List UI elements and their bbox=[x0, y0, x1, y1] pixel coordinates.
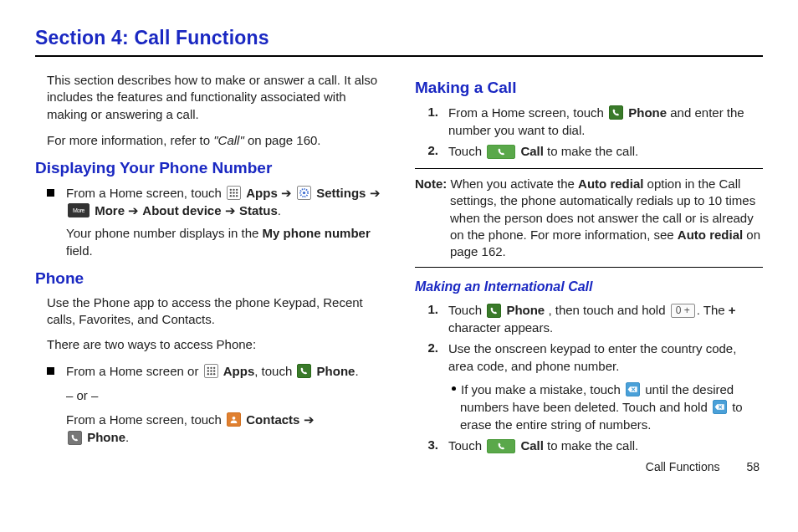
making-call-step-1: 1. From a Home screen, touch Phone and e… bbox=[427, 104, 763, 139]
text: , touch bbox=[254, 364, 295, 378]
zero-plus-key: 0 + bbox=[671, 304, 695, 318]
heading-displaying-number: Displaying Your Phone Number bbox=[35, 157, 383, 179]
step-content: Touch Phone , then touch and hold 0 +. T… bbox=[448, 301, 763, 336]
step-content: Touch Call to make the call. bbox=[448, 437, 638, 454]
call-reference: "Call" bbox=[213, 133, 244, 147]
text: Touch bbox=[448, 144, 485, 158]
step-number: 3. bbox=[427, 437, 443, 453]
backspace-icon bbox=[713, 400, 727, 414]
title-rule bbox=[35, 55, 763, 57]
apps-label: Apps bbox=[223, 364, 255, 378]
svg-point-2 bbox=[236, 189, 238, 191]
footer-section: Call Functions bbox=[646, 460, 720, 473]
svg-point-1 bbox=[233, 189, 234, 191]
step-content: From a Home screen, touch Phone and ente… bbox=[448, 104, 763, 139]
svg-point-14 bbox=[207, 370, 208, 371]
step-number: 2. bbox=[427, 340, 443, 356]
or-separator: – or – bbox=[66, 388, 98, 402]
call-label: Call bbox=[520, 144, 544, 158]
svg-point-4 bbox=[233, 192, 234, 193]
svg-point-20 bbox=[233, 417, 236, 420]
settings-label: Settings bbox=[316, 186, 366, 200]
heading-phone: Phone bbox=[35, 268, 383, 289]
svg-point-10 bbox=[303, 192, 305, 194]
more-label: More bbox=[95, 203, 125, 217]
apps-grid-icon bbox=[227, 186, 241, 200]
bullet-icon bbox=[452, 386, 456, 391]
svg-point-8 bbox=[236, 195, 238, 197]
text: . bbox=[125, 430, 129, 444]
my-phone-number-label: My phone number bbox=[263, 226, 371, 240]
apps-label: Apps bbox=[246, 186, 278, 200]
phone-app-icon bbox=[487, 304, 501, 318]
svg-point-12 bbox=[210, 367, 212, 369]
svg-point-19 bbox=[213, 373, 215, 375]
intl-substep: If you make a mistake, touch until the d… bbox=[448, 381, 763, 433]
phone-label: Phone bbox=[628, 105, 667, 120]
about-device-label: About device bbox=[142, 203, 221, 217]
apps-grid-icon bbox=[204, 364, 218, 378]
phone-app-icon bbox=[609, 105, 623, 120]
svg-point-15 bbox=[210, 370, 212, 371]
display-step: From a Home screen, touch Apps ➔ Setting… bbox=[47, 184, 383, 260]
svg-point-0 bbox=[230, 189, 232, 191]
backspace-icon bbox=[626, 382, 640, 396]
arrow: ➔ bbox=[281, 186, 295, 200]
auto-redial-label: Auto redial bbox=[678, 228, 743, 242]
arrow: ➔ bbox=[370, 186, 381, 200]
intl-step-3: 3. Touch Call to make the call. bbox=[427, 437, 763, 454]
phone-paragraph-2: There are two ways to access Phone: bbox=[47, 336, 383, 353]
phone-label: Phone bbox=[317, 364, 356, 378]
phone-label: Phone bbox=[87, 430, 125, 444]
display-step-content: From a Home screen, touch Apps ➔ Setting… bbox=[66, 184, 383, 260]
text: From a Home screen, touch bbox=[66, 186, 225, 200]
call-button-icon bbox=[487, 145, 515, 159]
step-number: 1. bbox=[427, 104, 443, 120]
svg-point-11 bbox=[207, 367, 208, 369]
more-tab-icon: More bbox=[68, 203, 90, 217]
phone-paragraph-1: Use the Phone app to access the phone Ke… bbox=[47, 294, 383, 329]
svg-point-5 bbox=[236, 192, 238, 193]
text: on page 160. bbox=[244, 133, 321, 147]
text: For more information, refer to bbox=[47, 133, 213, 147]
square-bullet-icon bbox=[47, 367, 54, 375]
text: character appears. bbox=[448, 320, 553, 335]
left-column: This section describes how to make or an… bbox=[35, 69, 383, 475]
heading-making-call: Making a Call bbox=[415, 77, 763, 99]
svg-point-7 bbox=[233, 195, 234, 197]
making-call-step-2: 2. Touch Call to make the call. bbox=[427, 142, 763, 160]
step-content: Touch Call to make the call. bbox=[448, 142, 638, 160]
page-footer: Call Functions 58 bbox=[415, 459, 763, 475]
contacts-icon bbox=[227, 412, 241, 427]
text: When you activate the bbox=[447, 176, 578, 191]
step-content: Use the onscreen keypad to enter the cou… bbox=[448, 340, 763, 433]
settings-gear-icon bbox=[297, 186, 311, 200]
text: If you make a mistake, touch bbox=[461, 382, 624, 396]
phone-app-icon bbox=[297, 364, 311, 378]
text: field. bbox=[66, 243, 93, 258]
auto-redial-note: Note: When you activate the Auto redial … bbox=[415, 168, 763, 268]
text: to make the call. bbox=[547, 438, 638, 453]
plus-char: + bbox=[729, 303, 736, 317]
page-number: 58 bbox=[746, 460, 760, 473]
text: . bbox=[355, 364, 358, 378]
right-column: Making a Call 1. From a Home screen, tou… bbox=[415, 69, 763, 475]
arrow: ➔ bbox=[225, 203, 239, 217]
svg-point-3 bbox=[230, 192, 232, 193]
text: Use the onscreen keypad to enter the cou… bbox=[448, 341, 736, 373]
step-number: 2. bbox=[427, 142, 443, 159]
text: . bbox=[278, 203, 281, 217]
text: From a Home screen or bbox=[66, 364, 202, 378]
note-label: Note: bbox=[415, 176, 447, 191]
heading-international-call: Making an International Call bbox=[415, 278, 763, 296]
svg-point-16 bbox=[213, 370, 215, 371]
phone-access-step: From a Home screen or Apps, touch Phone.… bbox=[47, 362, 383, 447]
text: . The bbox=[697, 303, 729, 317]
two-column-layout: This section describes how to make or an… bbox=[35, 69, 763, 475]
section-title: Section 4: Call Functions bbox=[35, 25, 763, 51]
text: to make the call. bbox=[547, 144, 638, 158]
svg-point-13 bbox=[213, 367, 215, 369]
call-label: Call bbox=[520, 438, 544, 453]
arrow: ➔ bbox=[304, 412, 315, 427]
step-number: 1. bbox=[427, 301, 443, 318]
